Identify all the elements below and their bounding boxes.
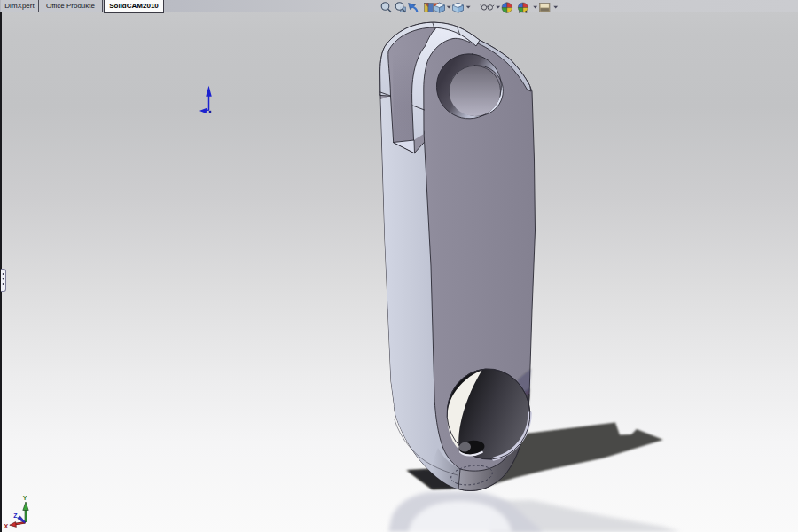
svg-text:Z: Z [13, 512, 18, 519]
svg-text:Y: Y [23, 495, 27, 501]
svg-text:X: X [4, 523, 9, 529]
